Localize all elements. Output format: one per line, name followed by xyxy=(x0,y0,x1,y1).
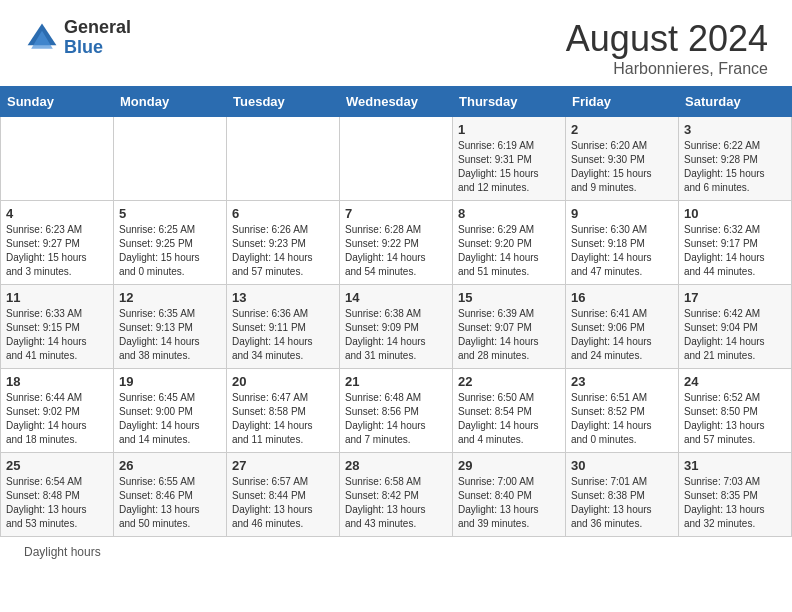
cell-info: Sunrise: 6:36 AM Sunset: 9:11 PM Dayligh… xyxy=(232,307,334,363)
cell-info: Sunrise: 6:47 AM Sunset: 8:58 PM Dayligh… xyxy=(232,391,334,447)
table-row: 6Sunrise: 6:26 AM Sunset: 9:23 PM Daylig… xyxy=(227,201,340,285)
cell-info: Sunrise: 6:42 AM Sunset: 9:04 PM Dayligh… xyxy=(684,307,786,363)
table-row: 28Sunrise: 6:58 AM Sunset: 8:42 PM Dayli… xyxy=(340,453,453,537)
cell-day-number: 20 xyxy=(232,374,334,389)
header-tuesday: Tuesday xyxy=(227,87,340,117)
cell-day-number: 18 xyxy=(6,374,108,389)
cell-info: Sunrise: 6:29 AM Sunset: 9:20 PM Dayligh… xyxy=(458,223,560,279)
cell-day-number: 11 xyxy=(6,290,108,305)
cell-day-number: 3 xyxy=(684,122,786,137)
page-header: General Blue August 2024 Harbonnieres, F… xyxy=(0,0,792,86)
table-row: 7Sunrise: 6:28 AM Sunset: 9:22 PM Daylig… xyxy=(340,201,453,285)
cell-info: Sunrise: 6:28 AM Sunset: 9:22 PM Dayligh… xyxy=(345,223,447,279)
cell-info: Sunrise: 6:50 AM Sunset: 8:54 PM Dayligh… xyxy=(458,391,560,447)
table-row: 10Sunrise: 6:32 AM Sunset: 9:17 PM Dayli… xyxy=(679,201,792,285)
cell-day-number: 28 xyxy=(345,458,447,473)
cell-info: Sunrise: 6:41 AM Sunset: 9:06 PM Dayligh… xyxy=(571,307,673,363)
calendar-header-row: Sunday Monday Tuesday Wednesday Thursday… xyxy=(1,87,792,117)
cell-info: Sunrise: 6:26 AM Sunset: 9:23 PM Dayligh… xyxy=(232,223,334,279)
table-row: 26Sunrise: 6:55 AM Sunset: 8:46 PM Dayli… xyxy=(114,453,227,537)
cell-info: Sunrise: 6:33 AM Sunset: 9:15 PM Dayligh… xyxy=(6,307,108,363)
cell-info: Sunrise: 6:19 AM Sunset: 9:31 PM Dayligh… xyxy=(458,139,560,195)
table-row: 3Sunrise: 6:22 AM Sunset: 9:28 PM Daylig… xyxy=(679,117,792,201)
header-saturday: Saturday xyxy=(679,87,792,117)
table-row: 18Sunrise: 6:44 AM Sunset: 9:02 PM Dayli… xyxy=(1,369,114,453)
header-monday: Monday xyxy=(114,87,227,117)
table-row: 25Sunrise: 6:54 AM Sunset: 8:48 PM Dayli… xyxy=(1,453,114,537)
cell-info: Sunrise: 6:30 AM Sunset: 9:18 PM Dayligh… xyxy=(571,223,673,279)
cell-info: Sunrise: 6:22 AM Sunset: 9:28 PM Dayligh… xyxy=(684,139,786,195)
cell-day-number: 31 xyxy=(684,458,786,473)
cell-info: Sunrise: 6:54 AM Sunset: 8:48 PM Dayligh… xyxy=(6,475,108,531)
calendar-week-2: 4Sunrise: 6:23 AM Sunset: 9:27 PM Daylig… xyxy=(1,201,792,285)
cell-info: Sunrise: 7:03 AM Sunset: 8:35 PM Dayligh… xyxy=(684,475,786,531)
table-row: 9Sunrise: 6:30 AM Sunset: 9:18 PM Daylig… xyxy=(566,201,679,285)
table-row: 31Sunrise: 7:03 AM Sunset: 8:35 PM Dayli… xyxy=(679,453,792,537)
table-row: 13Sunrise: 6:36 AM Sunset: 9:11 PM Dayli… xyxy=(227,285,340,369)
cell-day-number: 16 xyxy=(571,290,673,305)
cell-info: Sunrise: 7:01 AM Sunset: 8:38 PM Dayligh… xyxy=(571,475,673,531)
calendar-week-3: 11Sunrise: 6:33 AM Sunset: 9:15 PM Dayli… xyxy=(1,285,792,369)
cell-info: Sunrise: 6:44 AM Sunset: 9:02 PM Dayligh… xyxy=(6,391,108,447)
table-row: 1Sunrise: 6:19 AM Sunset: 9:31 PM Daylig… xyxy=(453,117,566,201)
table-row: 5Sunrise: 6:25 AM Sunset: 9:25 PM Daylig… xyxy=(114,201,227,285)
table-row: 19Sunrise: 6:45 AM Sunset: 9:00 PM Dayli… xyxy=(114,369,227,453)
cell-info: Sunrise: 6:25 AM Sunset: 9:25 PM Dayligh… xyxy=(119,223,221,279)
calendar-week-4: 18Sunrise: 6:44 AM Sunset: 9:02 PM Dayli… xyxy=(1,369,792,453)
cell-day-number: 4 xyxy=(6,206,108,221)
table-row: 29Sunrise: 7:00 AM Sunset: 8:40 PM Dayli… xyxy=(453,453,566,537)
logo: General Blue xyxy=(24,18,131,58)
cell-info: Sunrise: 6:52 AM Sunset: 8:50 PM Dayligh… xyxy=(684,391,786,447)
cell-day-number: 23 xyxy=(571,374,673,389)
table-row: 16Sunrise: 6:41 AM Sunset: 9:06 PM Dayli… xyxy=(566,285,679,369)
table-row: 20Sunrise: 6:47 AM Sunset: 8:58 PM Dayli… xyxy=(227,369,340,453)
table-row: 27Sunrise: 6:57 AM Sunset: 8:44 PM Dayli… xyxy=(227,453,340,537)
cell-day-number: 25 xyxy=(6,458,108,473)
cell-day-number: 21 xyxy=(345,374,447,389)
header-sunday: Sunday xyxy=(1,87,114,117)
table-row: 30Sunrise: 7:01 AM Sunset: 8:38 PM Dayli… xyxy=(566,453,679,537)
cell-info: Sunrise: 6:32 AM Sunset: 9:17 PM Dayligh… xyxy=(684,223,786,279)
table-row: 12Sunrise: 6:35 AM Sunset: 9:13 PM Dayli… xyxy=(114,285,227,369)
calendar-week-1: 1Sunrise: 6:19 AM Sunset: 9:31 PM Daylig… xyxy=(1,117,792,201)
cell-day-number: 13 xyxy=(232,290,334,305)
logo-general-text: General xyxy=(64,18,131,38)
cell-info: Sunrise: 6:58 AM Sunset: 8:42 PM Dayligh… xyxy=(345,475,447,531)
cell-day-number: 22 xyxy=(458,374,560,389)
table-row: 17Sunrise: 6:42 AM Sunset: 9:04 PM Dayli… xyxy=(679,285,792,369)
cell-day-number: 5 xyxy=(119,206,221,221)
cell-day-number: 10 xyxy=(684,206,786,221)
cell-day-number: 26 xyxy=(119,458,221,473)
cell-info: Sunrise: 6:23 AM Sunset: 9:27 PM Dayligh… xyxy=(6,223,108,279)
calendar-table: Sunday Monday Tuesday Wednesday Thursday… xyxy=(0,86,792,537)
cell-day-number: 2 xyxy=(571,122,673,137)
calendar-title: August 2024 xyxy=(566,18,768,60)
table-row: 21Sunrise: 6:48 AM Sunset: 8:56 PM Dayli… xyxy=(340,369,453,453)
header-wednesday: Wednesday xyxy=(340,87,453,117)
cell-day-number: 24 xyxy=(684,374,786,389)
cell-info: Sunrise: 6:55 AM Sunset: 8:46 PM Dayligh… xyxy=(119,475,221,531)
footer: Daylight hours xyxy=(0,537,792,563)
cell-info: Sunrise: 7:00 AM Sunset: 8:40 PM Dayligh… xyxy=(458,475,560,531)
cell-day-number: 27 xyxy=(232,458,334,473)
cell-info: Sunrise: 6:48 AM Sunset: 8:56 PM Dayligh… xyxy=(345,391,447,447)
cell-info: Sunrise: 6:51 AM Sunset: 8:52 PM Dayligh… xyxy=(571,391,673,447)
table-row xyxy=(227,117,340,201)
cell-day-number: 30 xyxy=(571,458,673,473)
table-row: 14Sunrise: 6:38 AM Sunset: 9:09 PM Dayli… xyxy=(340,285,453,369)
cell-day-number: 9 xyxy=(571,206,673,221)
cell-info: Sunrise: 6:45 AM Sunset: 9:00 PM Dayligh… xyxy=(119,391,221,447)
calendar-week-5: 25Sunrise: 6:54 AM Sunset: 8:48 PM Dayli… xyxy=(1,453,792,537)
cell-day-number: 15 xyxy=(458,290,560,305)
cell-info: Sunrise: 6:38 AM Sunset: 9:09 PM Dayligh… xyxy=(345,307,447,363)
logo-icon xyxy=(24,20,60,56)
table-row: 11Sunrise: 6:33 AM Sunset: 9:15 PM Dayli… xyxy=(1,285,114,369)
table-row: 2Sunrise: 6:20 AM Sunset: 9:30 PM Daylig… xyxy=(566,117,679,201)
cell-day-number: 29 xyxy=(458,458,560,473)
table-row xyxy=(1,117,114,201)
cell-info: Sunrise: 6:57 AM Sunset: 8:44 PM Dayligh… xyxy=(232,475,334,531)
cell-day-number: 14 xyxy=(345,290,447,305)
table-row xyxy=(340,117,453,201)
cell-day-number: 17 xyxy=(684,290,786,305)
table-row: 8Sunrise: 6:29 AM Sunset: 9:20 PM Daylig… xyxy=(453,201,566,285)
